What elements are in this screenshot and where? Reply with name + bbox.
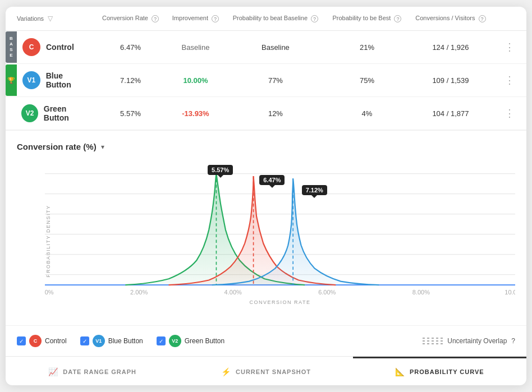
tab-snapshot-label: CURRENT SNAPSHOT — [236, 368, 311, 375]
tab-probability-label: PROBABILITY CURVE — [410, 368, 484, 375]
conversions-control: 124 / 1,926 — [409, 31, 493, 64]
tab-probability-curve[interactable]: 📐 PROBABILITY CURVE — [353, 357, 526, 385]
badge-blue_button: V1 — [22, 71, 40, 89]
info-icon-cr[interactable]: ? — [152, 15, 159, 22]
chevron-down-icon[interactable]: ▾ — [101, 143, 104, 151]
improvement-green_button: -13.93% — [166, 97, 226, 130]
probability-icon: 📐 — [395, 367, 405, 376]
filter-icon[interactable]: ▽ — [48, 15, 53, 22]
col-header-actions — [493, 7, 526, 31]
var-name-green_button: Green Button — [44, 104, 90, 122]
chart-legend: ✓ C Control ✓ V1 Blue Button ✓ V2 Green … — [6, 325, 526, 356]
x-axis-label: CONVERSION RATE — [45, 299, 515, 305]
svg-text:8.00%: 8.00% — [412, 289, 430, 296]
conversion-rate-control: 6.47% — [95, 31, 166, 64]
info-icon-pb[interactable]: ? — [311, 15, 318, 22]
tab-date-range[interactable]: 📈 DATE RANGE GRAPH — [6, 357, 179, 385]
badge-green_button: V2 — [21, 104, 38, 122]
prob-beat-blue_button: 77% — [226, 64, 325, 97]
col-header-conversions: Conversions / Visitors ? — [409, 7, 493, 31]
col-header-improvement: Improvement ? — [166, 7, 226, 31]
chart-title: Conversion rate (%) — [17, 142, 97, 151]
tab-current-snapshot[interactable]: ⚡ CURRENT SNAPSHOT — [179, 357, 352, 385]
variation-cell-blue_button: 🏆 V1 Blue Button — [6, 64, 95, 97]
legend-badge-blue: V1 — [93, 335, 105, 347]
trophy-label: 🏆 — [6, 64, 17, 96]
legend-item-green: ✓ V2 Green Button — [157, 335, 224, 347]
chart-title-row: Conversion rate (%) ▾ — [17, 142, 515, 151]
improvement-blue_button: 10.00% — [166, 64, 226, 97]
table-row: BASE C Control 6.47% Baseline Baseline 2… — [6, 31, 526, 64]
chart-inner: 5.57% 6.47% 7.12% — [45, 163, 515, 308]
col-header-prob-beat: Probability to beat Baseline ? — [226, 7, 325, 31]
prob-best-green_button: 4% — [325, 97, 409, 130]
col-header-variations: Variations ▽ — [6, 7, 95, 31]
info-icon-pbe[interactable]: ? — [394, 15, 401, 22]
var-name-control: Control — [46, 43, 74, 52]
conversions-blue_button: 109 / 1,539 — [409, 64, 493, 97]
badge-control: C — [22, 38, 40, 56]
svg-text:6.00%: 6.00% — [318, 289, 336, 296]
col-header-prob-best: Probability to be Best ? — [325, 7, 409, 31]
table-section: Variations ▽ Conversion Rate ? Improveme… — [6, 7, 526, 130]
legend-checkbox-blue[interactable]: ✓ — [80, 336, 89, 345]
legend-badge-control: C — [29, 335, 42, 347]
uncertainty-overlap: Uncertainty Overlap ? — [423, 336, 515, 346]
info-icon-uncertainty[interactable]: ? — [511, 337, 515, 345]
legend-badge-green: V2 — [169, 335, 181, 347]
prob-beat-control: Baseline — [226, 31, 325, 64]
svg-text:10.00%: 10.00% — [505, 289, 515, 296]
info-icon-imp[interactable]: ? — [212, 15, 219, 22]
chart-svg: 10% 20% 30% 40% 50% 60% 0.00% 2.00% 4.00… — [45, 163, 515, 297]
snapshot-icon: ⚡ — [221, 367, 231, 376]
improvement-control: Baseline — [166, 31, 226, 64]
legend-label-control: Control — [45, 337, 67, 345]
prob-best-control: 21% — [325, 31, 409, 64]
legend-item-control: ✓ C Control — [17, 335, 67, 347]
conversions-green_button: 104 / 1,877 — [409, 97, 493, 130]
no-label — [6, 98, 16, 129]
variation-cell-green_button: V2 Green Button — [6, 97, 95, 130]
legend-label-green: Green Button — [185, 337, 224, 345]
variations-table: Variations ▽ Conversion Rate ? Improveme… — [6, 7, 526, 130]
legend-checkbox-green[interactable]: ✓ — [157, 336, 166, 345]
conversion-rate-blue_button: 7.12% — [95, 64, 166, 97]
legend-item-blue: ✓ V1 Blue Button — [80, 335, 143, 347]
uncertainty-label: Uncertainty Overlap — [447, 337, 507, 345]
conversion-rate-green_button: 5.57% — [95, 97, 166, 130]
svg-text:0.00%: 0.00% — [45, 289, 54, 296]
legend-label-blue: Blue Button — [108, 337, 143, 345]
dots-menu-control[interactable]: ⋮ — [499, 41, 520, 53]
actions-green_button[interactable]: ⋮ — [493, 97, 526, 130]
bottom-tabs: 📈 DATE RANGE GRAPH ⚡ CURRENT SNAPSHOT 📐 … — [6, 356, 526, 385]
table-row: 🏆 V1 Blue Button 7.12% 10.00% 77% 75% 10… — [6, 64, 526, 97]
chart-container: PROBABILITY DENSITY 5.57% 6.47% 7.12% — [17, 163, 515, 320]
prob-beat-green_button: 12% — [226, 97, 325, 130]
table-row: V2 Green Button 5.57% -13.93% 12% 4% 104… — [6, 97, 526, 130]
variation-cell-control: BASE C Control — [6, 31, 95, 64]
base-label: BASE — [6, 31, 17, 63]
chart-section: Conversion rate (%) ▾ PROBABILITY DENSIT… — [6, 130, 526, 325]
legend-checkbox-control[interactable]: ✓ — [17, 336, 26, 345]
svg-text:2.00%: 2.00% — [130, 289, 148, 296]
svg-text:4.00%: 4.00% — [224, 289, 242, 296]
uncertainty-icon — [423, 336, 443, 346]
col-header-conversion-rate: Conversion Rate ? — [95, 7, 166, 31]
date-range-icon: 📈 — [48, 367, 58, 376]
actions-blue_button[interactable]: ⋮ — [493, 64, 526, 97]
dots-menu-blue_button[interactable]: ⋮ — [499, 75, 520, 86]
main-card: Variations ▽ Conversion Rate ? Improveme… — [6, 7, 526, 385]
dots-menu-green_button[interactable]: ⋮ — [499, 108, 520, 119]
tab-date-range-label: DATE RANGE GRAPH — [63, 368, 136, 375]
actions-control[interactable]: ⋮ — [493, 31, 526, 64]
info-icon-conv[interactable]: ? — [479, 15, 486, 22]
var-name-blue_button: Blue Button — [46, 71, 90, 89]
prob-best-blue_button: 75% — [325, 64, 409, 97]
